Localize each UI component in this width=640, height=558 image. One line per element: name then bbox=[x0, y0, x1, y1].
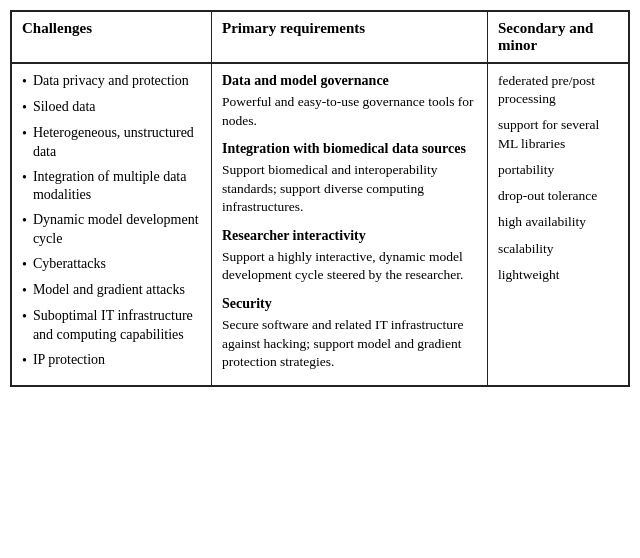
header-challenges: Challenges bbox=[12, 12, 212, 62]
requirement-title: Security bbox=[222, 295, 477, 314]
challenge-item: •Heterogeneous, unstructured data bbox=[22, 124, 201, 162]
requirement-block: Researcher interactivitySupport a highly… bbox=[222, 227, 477, 285]
challenge-list: •Data privacy and protection•Siloed data… bbox=[22, 72, 201, 371]
secondary-item: portability bbox=[498, 161, 618, 179]
challenges-column: •Data privacy and protection•Siloed data… bbox=[12, 64, 212, 385]
secondary-list: federated pre/post processingsupport for… bbox=[498, 72, 618, 284]
secondary-item: federated pre/post processing bbox=[498, 72, 618, 108]
requirement-description: Support biomedical and interoperability … bbox=[222, 161, 477, 217]
challenges-header-label: Challenges bbox=[22, 20, 92, 36]
challenge-item: •Dynamic model development cycle bbox=[22, 211, 201, 249]
challenge-item: •Data privacy and protection bbox=[22, 72, 201, 92]
requirement-description: Powerful and easy-to-use governance tool… bbox=[222, 93, 477, 130]
secondary-item: support for several ML libraries bbox=[498, 116, 618, 152]
secondary-item: lightweight bbox=[498, 266, 618, 284]
secondary-item: high availability bbox=[498, 213, 618, 231]
bullet-icon: • bbox=[22, 169, 27, 188]
challenge-item: •IP protection bbox=[22, 351, 201, 371]
requirement-title: Integration with biomedical data sources bbox=[222, 140, 477, 159]
challenge-item: •Siloed data bbox=[22, 98, 201, 118]
bullet-icon: • bbox=[22, 212, 27, 231]
bullet-icon: • bbox=[22, 352, 27, 371]
secondary-item: scalability bbox=[498, 240, 618, 258]
requirement-description: Secure software and related IT infrastru… bbox=[222, 316, 477, 372]
header-secondary: Secondary and minor bbox=[488, 12, 628, 62]
requirement-block: Data and model governancePowerful and ea… bbox=[222, 72, 477, 130]
challenge-item: •Cyberattacks bbox=[22, 255, 201, 275]
bullet-icon: • bbox=[22, 308, 27, 327]
header-primary: Primary requirements bbox=[212, 12, 488, 62]
main-table: Challenges Primary requirements Secondar… bbox=[10, 10, 630, 387]
data-row: •Data privacy and protection•Siloed data… bbox=[12, 64, 628, 385]
bullet-icon: • bbox=[22, 73, 27, 92]
requirement-title: Researcher interactivity bbox=[222, 227, 477, 246]
bullet-icon: • bbox=[22, 282, 27, 301]
primary-column: Data and model governancePowerful and ea… bbox=[212, 64, 488, 385]
requirement-block: SecuritySecure software and related IT i… bbox=[222, 295, 477, 372]
challenge-item: •Model and gradient attacks bbox=[22, 281, 201, 301]
requirement-block: Integration with biomedical data sources… bbox=[222, 140, 477, 217]
bullet-icon: • bbox=[22, 256, 27, 275]
challenge-item: •Suboptimal IT infrastructure and comput… bbox=[22, 307, 201, 345]
secondary-column: federated pre/post processingsupport for… bbox=[488, 64, 628, 385]
bullet-icon: • bbox=[22, 125, 27, 144]
requirement-description: Support a highly interactive, dynamic mo… bbox=[222, 248, 477, 285]
requirement-title: Data and model governance bbox=[222, 72, 477, 91]
challenge-item: •Integration of multiple data modalities bbox=[22, 168, 201, 206]
primary-header-label: Primary requirements bbox=[222, 20, 365, 36]
secondary-header-label: Secondary and minor bbox=[498, 20, 593, 53]
bullet-icon: • bbox=[22, 99, 27, 118]
header-row: Challenges Primary requirements Secondar… bbox=[12, 12, 628, 64]
secondary-item: drop-out tolerance bbox=[498, 187, 618, 205]
